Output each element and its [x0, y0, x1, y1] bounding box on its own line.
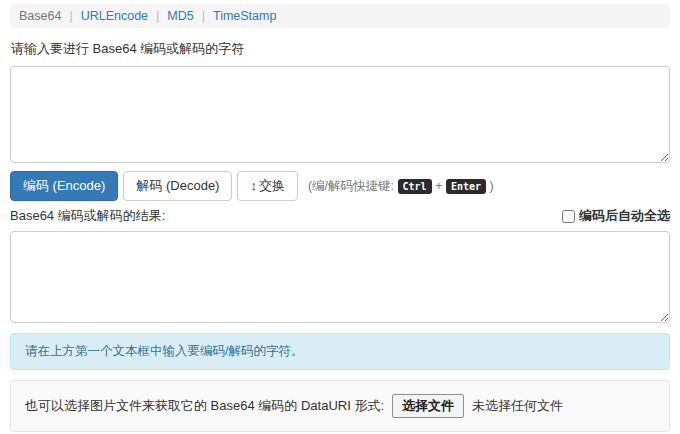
- result-row: Base64 编码或解码的结果: 编码后自动全选: [10, 207, 670, 225]
- autoselect-option[interactable]: 编码后自动全选: [562, 207, 670, 225]
- shortcut-hint-suffix: ): [490, 179, 494, 193]
- nav-separator: |: [202, 9, 205, 23]
- nav-link-timestamp[interactable]: TimeStamp: [213, 9, 276, 23]
- nav-link-urlencode[interactable]: URLEncode: [81, 9, 148, 23]
- info-alert: 请在上方第一个文本框中输入要编码/解码的字符。: [10, 333, 670, 370]
- breadcrumb: Base64 | URLEncode | MD5 | TimeStamp: [10, 4, 670, 28]
- autoselect-label: 编码后自动全选: [579, 207, 670, 225]
- nav-link-md5[interactable]: MD5: [167, 9, 193, 23]
- file-panel-label: 也可以选择图片文件来获取它的 Base64 编码的 DataURI 形式:: [25, 397, 384, 415]
- file-panel: 也可以选择图片文件来获取它的 Base64 编码的 DataURI 形式: 选择…: [10, 380, 670, 432]
- shortcut-hint-prefix: (编/解码快捷键:: [308, 179, 394, 193]
- input-label: 请输入要进行 Base64 编码或解码的字符: [11, 40, 670, 58]
- encode-button[interactable]: 编码 (Encode): [10, 171, 118, 201]
- input-textarea[interactable]: [10, 66, 670, 163]
- result-textarea[interactable]: [10, 231, 670, 323]
- shortcut-hint: (编/解码快捷键: Ctrl + Enter ): [308, 178, 494, 195]
- result-label: Base64 编码或解码的结果:: [10, 207, 165, 225]
- swap-arrows-icon: ↕: [250, 178, 257, 193]
- kbd-ctrl: Ctrl: [398, 179, 432, 194]
- kbd-enter: Enter: [446, 179, 486, 194]
- toolbar: 编码 (Encode) 解码 (Decode) ↕交换 (编/解码快捷键: Ct…: [10, 171, 670, 201]
- swap-button[interactable]: ↕交换: [237, 171, 298, 201]
- file-status-text: 未选择任何文件: [472, 397, 563, 415]
- choose-file-button[interactable]: 选择文件: [392, 394, 464, 418]
- autoselect-checkbox[interactable]: [562, 210, 575, 223]
- info-alert-message: 请在上方第一个文本框中输入要编码/解码的字符。: [25, 344, 303, 358]
- nav-separator: |: [156, 9, 159, 23]
- base64-tool-page: Base64 | URLEncode | MD5 | TimeStamp 请输入…: [0, 0, 680, 432]
- nav-separator: |: [69, 9, 72, 23]
- nav-item-base64: Base64: [19, 9, 61, 23]
- decode-button[interactable]: 解码 (Decode): [123, 171, 232, 201]
- swap-button-label: 交换: [259, 178, 285, 193]
- shortcut-plus: +: [435, 179, 442, 193]
